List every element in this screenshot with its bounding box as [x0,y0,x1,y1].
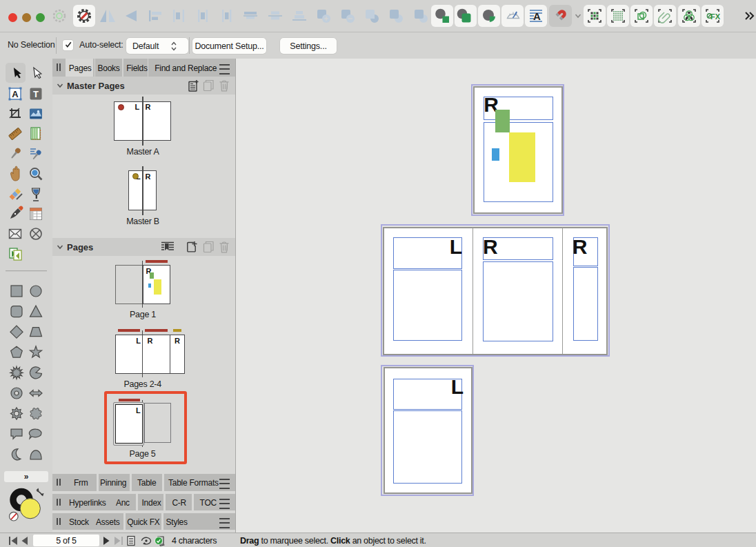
svg-text:FX: FX [710,12,721,21]
svg-text:»: » [24,472,29,481]
svg-text:T: T [33,89,39,99]
svg-text:A: A [533,10,541,22]
svg-text:A: A [12,89,19,99]
